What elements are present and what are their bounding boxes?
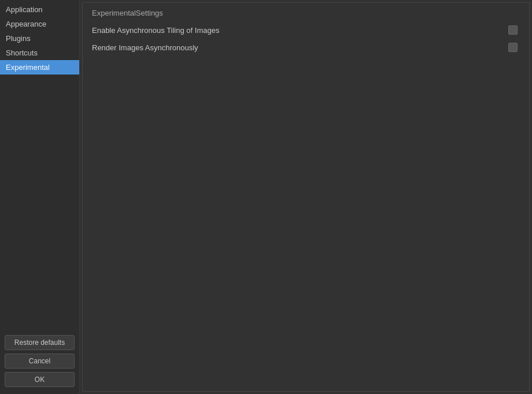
sidebar-item-experimental[interactable]: Experimental <box>0 60 79 75</box>
setting-row-async-render: Render Images Asynchronously <box>92 43 520 52</box>
main-content: ExperimentalSettings Enable Asynchronous… <box>80 0 532 394</box>
sidebar: Application Appearance Plugins Shortcuts… <box>0 0 80 394</box>
sidebar-item-label: Shortcuts <box>6 49 38 57</box>
sidebar-item-appearance[interactable]: Appearance <box>0 17 79 31</box>
async-render-label: Render Images Asynchronously <box>92 43 508 52</box>
async-tiling-label: Enable Asynchronous Tiling of Images <box>92 26 508 35</box>
restore-defaults-button[interactable]: Restore defaults <box>5 335 75 350</box>
sidebar-item-label: Appearance <box>6 20 46 28</box>
sidebar-nav: Application Appearance Plugins Shortcuts… <box>0 2 79 330</box>
section-title: ExperimentalSettings <box>92 9 520 17</box>
setting-row-async-tiling: Enable Asynchronous Tiling of Images <box>92 25 520 35</box>
ok-button[interactable]: OK <box>5 372 75 387</box>
cancel-button[interactable]: Cancel <box>5 354 75 369</box>
content-panel: ExperimentalSettings Enable Asynchronous… <box>82 2 530 392</box>
sidebar-item-application[interactable]: Application <box>0 2 79 17</box>
async-tiling-checkbox[interactable] <box>508 25 518 35</box>
sidebar-item-shortcuts[interactable]: Shortcuts <box>0 46 79 60</box>
sidebar-item-label: Application <box>6 5 43 14</box>
sidebar-item-plugins[interactable]: Plugins <box>0 31 79 46</box>
sidebar-item-label: Experimental <box>6 63 50 72</box>
async-render-checkbox[interactable] <box>508 43 518 52</box>
sidebar-footer: Restore defaults Cancel OK <box>0 330 79 394</box>
sidebar-item-label: Plugins <box>6 34 31 43</box>
